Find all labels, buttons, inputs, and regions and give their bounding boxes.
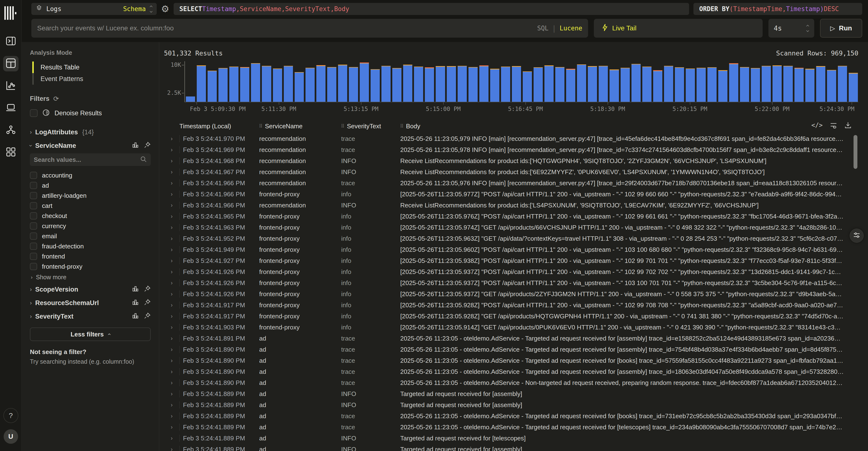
chart-bar[interactable] [664, 66, 673, 102]
filter-group-resourceschemaurl[interactable]: ›ResourceSchemaUrl [30, 296, 151, 310]
chart-bar[interactable] [490, 69, 499, 102]
table-scrollbar[interactable] [854, 135, 858, 169]
row-expand-button[interactable]: › [164, 357, 179, 364]
bar-chart-icon[interactable] [132, 142, 138, 150]
chart-bar[interactable] [262, 66, 271, 102]
filter-value-item[interactable]: accounting [30, 170, 151, 180]
row-expand-button[interactable]: › [164, 313, 179, 320]
chart-bar[interactable] [273, 68, 282, 102]
drag-handle-icon[interactable]: ⠿ [400, 123, 403, 129]
row-expand-button[interactable]: › [164, 147, 179, 153]
chart-bar[interactable] [555, 67, 564, 102]
pin-icon[interactable] [144, 312, 151, 321]
help-button[interactable]: ? [3, 408, 18, 423]
chart-bar[interactable] [501, 66, 510, 102]
bar-chart-icon[interactable] [132, 285, 138, 294]
table-row[interactable]: ›Feb 3 5:24:41.890 PMadtrace2025-05-26 1… [164, 344, 858, 355]
filter-value-search-input[interactable] [34, 156, 140, 163]
table-row[interactable]: ›Feb 3 5:24:41.926 PMfrontend-proxyinfo[… [164, 277, 858, 289]
mode-sql[interactable]: SQL [537, 25, 549, 32]
table-row[interactable]: ›Feb 3 5:24:41.917 PMfrontend-proxyinfo[… [164, 300, 858, 311]
chart-bar[interactable] [371, 69, 380, 102]
table-row[interactable]: ›Feb 3 5:24:41.927 PMfrontend-proxyinfo[… [164, 255, 858, 266]
row-expand-button[interactable]: › [164, 335, 179, 342]
chart-bar[interactable] [566, 69, 575, 102]
sidebar-item-dashboards[interactable] [3, 145, 19, 160]
row-expand-button[interactable]: › [164, 402, 179, 408]
table-row[interactable]: ›Feb 3 5:24:41.966 PMrecommendationINFOR… [164, 200, 858, 211]
filter-value-checkbox[interactable] [30, 222, 37, 230]
chart-bar[interactable] [218, 68, 227, 102]
drag-handle-icon[interactable]: ⠿ [259, 123, 262, 129]
chart-bar[interactable] [240, 67, 249, 102]
filter-value-checkbox[interactable] [30, 233, 37, 240]
chart-bar[interactable] [229, 66, 239, 102]
filter-value-checkbox[interactable] [30, 202, 37, 209]
row-expand-button[interactable]: › [164, 324, 179, 331]
download-icon[interactable] [844, 122, 851, 129]
column-header-svc[interactable]: ⠿ServiceName [259, 122, 341, 130]
less-filters-button[interactable]: Less filters › [30, 328, 151, 341]
filter-value-checkbox[interactable] [30, 192, 37, 199]
chart-bar[interactable] [707, 67, 717, 102]
pin-icon[interactable] [144, 285, 151, 294]
table-row[interactable]: ›Feb 3 5:24:41.963 PMfrontend-proxyinfo[… [164, 222, 858, 233]
table-row[interactable]: ›Feb 3 5:24:41.969 PMrecommendationtrace… [164, 144, 858, 155]
row-expand-button[interactable]: › [164, 202, 179, 209]
chart-bar[interactable] [642, 66, 651, 102]
bar-chart-icon[interactable] [132, 312, 138, 321]
chart-bar[interactable] [523, 71, 532, 102]
table-row[interactable]: ›Feb 3 5:24:41.889 PMadtrace2025-05-26 1… [164, 422, 858, 433]
denoise-toggle[interactable]: Denoise Results [30, 109, 151, 117]
chart-bar[interactable] [294, 72, 304, 102]
run-button[interactable]: ▷ Run [820, 19, 862, 38]
table-row[interactable]: ›Feb 3 5:24:41.890 PMadtrace2025-05-26 1… [164, 355, 858, 366]
table-row[interactable]: ›Feb 3 5:24:41.926 PMfrontend-proxyinfo[… [164, 289, 858, 300]
sidebar-item-logs-table[interactable] [3, 56, 19, 71]
filter-value-item[interactable]: currency [30, 221, 151, 231]
chart-bar[interactable] [805, 69, 814, 102]
filter-value-checkbox[interactable] [30, 243, 37, 250]
row-expand-button[interactable]: › [164, 302, 179, 308]
table-row[interactable]: ›Feb 3 5:24:41.890 PMadtrace2025-05-26 1… [164, 366, 858, 377]
chart-bar[interactable] [740, 67, 749, 102]
row-expand-button[interactable]: › [164, 368, 179, 375]
filter-value-item[interactable]: frontend-proxy [30, 262, 151, 272]
gear-icon[interactable]: ⚙ [161, 4, 169, 14]
chart-bar[interactable] [773, 65, 782, 102]
refresh-icon[interactable]: ⟳ [53, 95, 59, 103]
code-view-icon[interactable]: </> [811, 122, 823, 129]
chart-bar[interactable] [360, 62, 369, 102]
filter-value-checkbox[interactable] [30, 212, 37, 219]
filter-value-item[interactable]: ad [30, 180, 151, 190]
row-expand-button[interactable]: › [164, 246, 179, 253]
row-expand-button[interactable]: › [164, 346, 179, 353]
row-expand-button[interactable]: › [164, 446, 179, 451]
filter-value-checkbox[interactable] [30, 172, 37, 179]
row-expand-button[interactable]: › [164, 280, 179, 286]
row-expand-button[interactable]: › [164, 235, 179, 242]
chart-bar[interactable] [316, 65, 326, 102]
pin-icon[interactable] [144, 142, 151, 150]
orderby-input[interactable]: ORDER BY (TimestampTime, Timestamp) DESC [693, 3, 862, 15]
chart-bar[interactable] [479, 65, 489, 102]
user-avatar[interactable]: U [4, 429, 18, 444]
chart-bar[interactable] [458, 66, 467, 102]
chart-bar[interactable] [631, 64, 641, 102]
chart-bar[interactable] [284, 66, 293, 102]
table-row[interactable]: ›Feb 3 5:24:41.966 PMrecommendationtrace… [164, 178, 858, 189]
table-row[interactable]: ›Feb 3 5:24:41.967 PMrecommendationINFOR… [164, 167, 858, 178]
chart-bar[interactable] [849, 73, 858, 102]
table-row[interactable]: ›Feb 3 5:24:41.968 PMrecommendationINFOR… [164, 155, 858, 167]
chart-bar[interactable] [327, 67, 336, 102]
row-expand-button[interactable]: › [164, 169, 179, 175]
chart-bar[interactable] [696, 68, 706, 102]
filter-group-scopeversion[interactable]: ›ScopeVersion [30, 283, 151, 296]
filter-group-logattributes[interactable]: › LogAttributes {14} [30, 125, 151, 139]
chart-bar[interactable] [588, 66, 597, 102]
table-row[interactable]: ›Feb 3 5:24:41.889 PMadINFOTargeted ad r… [164, 399, 858, 411]
row-expand-button[interactable]: › [164, 191, 179, 198]
chart-bar[interactable] [610, 69, 619, 102]
pin-icon[interactable] [144, 299, 151, 307]
column-header-sev[interactable]: ⠿SeverityText [341, 122, 400, 130]
